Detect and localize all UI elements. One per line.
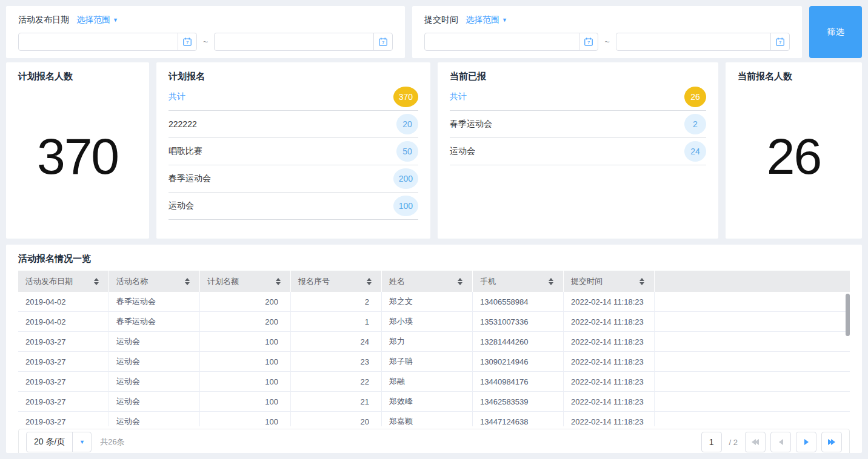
- svg-text:7: 7: [382, 40, 384, 45]
- date-range-separator: ~: [604, 37, 609, 47]
- next-page-button[interactable]: [796, 432, 816, 452]
- table-cell: 2019-03-27: [18, 392, 109, 411]
- table-cell: 100: [200, 332, 291, 351]
- calendar-icon: 7: [378, 37, 388, 47]
- sort-icon[interactable]: [185, 278, 190, 285]
- table-cell: 运动会: [109, 372, 200, 391]
- publish-date-filter-panel: 活动发布日期 选择范围 ▼ 7 ~: [6, 6, 405, 58]
- previous-page-button[interactable]: [770, 432, 791, 452]
- svg-text:7: 7: [186, 40, 189, 45]
- table-row: 2019-04-02春季运动会2002郑之文134065589842022-02…: [18, 292, 850, 312]
- filter-row: 活动发布日期 选择范围 ▼ 7 ~: [6, 6, 862, 58]
- table-cell: 2022-02-14 11:18:23: [564, 372, 655, 391]
- table-cell-filler: [655, 312, 850, 331]
- list-item-label: 春季运动会: [169, 173, 211, 184]
- table-cell: 22: [291, 372, 382, 391]
- list-item: 春季运动会200: [169, 165, 418, 193]
- list-item-label: 春季运动会: [450, 119, 492, 130]
- table-cell: 2022-02-14 11:18:23: [564, 392, 655, 411]
- column-header-filler: [655, 271, 850, 292]
- submit-time-range-link[interactable]: 选择范围: [466, 15, 499, 25]
- column-header[interactable]: 姓名: [382, 271, 473, 292]
- total-count-label: 共26条: [100, 437, 124, 447]
- sort-icon[interactable]: [276, 278, 281, 285]
- count-badge: 2: [684, 114, 706, 134]
- page-number-input[interactable]: [701, 432, 722, 452]
- publish-date-end-group: 7: [214, 33, 393, 51]
- column-header[interactable]: 手机: [473, 271, 564, 292]
- count-badge: 50: [396, 141, 418, 162]
- list-item: 春季运动会2: [450, 111, 706, 138]
- column-header[interactable]: 报名序号: [291, 271, 382, 292]
- publish-date-end-input[interactable]: [214, 33, 374, 51]
- submit-time-end-input[interactable]: [616, 33, 771, 51]
- publish-date-end-calendar-button[interactable]: 7: [373, 33, 393, 51]
- table-cell: 23: [291, 352, 382, 371]
- sort-icon[interactable]: [367, 278, 372, 285]
- last-page-button[interactable]: [821, 432, 842, 452]
- table-cell: 郑子聃: [382, 352, 473, 371]
- date-range-separator: ~: [203, 37, 208, 47]
- column-header[interactable]: 活动发布日期: [18, 271, 109, 292]
- table-row: 2019-03-27运动会10023郑子聃130902149462022-02-…: [18, 352, 850, 372]
- current-breakdown-card: 当前已报 共计26春季运动会2运动会24: [438, 62, 718, 239]
- table-cell: 100: [200, 372, 291, 391]
- first-page-button[interactable]: [745, 432, 766, 452]
- table-cell: 200: [200, 312, 291, 331]
- sort-icon[interactable]: [549, 278, 553, 285]
- count-badge: 370: [393, 87, 418, 107]
- column-header-label: 姓名: [389, 276, 405, 287]
- table-cell: 200: [200, 292, 291, 311]
- publish-date-start-input[interactable]: [18, 33, 178, 51]
- publish-date-range-link[interactable]: 选择范围: [76, 15, 110, 25]
- list-item: 22222220: [169, 111, 418, 138]
- chevron-down-icon: ▼: [113, 17, 118, 23]
- column-header-label: 计划名额: [207, 276, 239, 287]
- table-cell-filler: [655, 412, 850, 426]
- table-cell: 100: [200, 392, 291, 411]
- table-cell: 13462583539: [473, 392, 564, 411]
- calendar-icon: 7: [775, 37, 785, 47]
- count-badge: 100: [393, 196, 418, 216]
- column-header[interactable]: 计划名额: [200, 271, 291, 292]
- count-badge: 24: [684, 141, 706, 162]
- column-header[interactable]: 提交时间: [564, 271, 655, 292]
- submit-time-start-calendar-button[interactable]: 7: [579, 33, 598, 51]
- planned-breakdown-list: 共计37022222220唱歌比赛50春季运动会200运动会100: [169, 84, 418, 220]
- column-header-label: 报名序号: [298, 276, 330, 287]
- table-cell: 春季运动会: [109, 292, 200, 311]
- table-row: 2019-03-27运动会10020郑嘉颖134471246382022-02-…: [18, 412, 850, 426]
- column-header[interactable]: 活动名称: [109, 271, 200, 292]
- submit-time-end-calendar-button[interactable]: 7: [770, 33, 790, 51]
- pagination-right: / 2: [701, 432, 842, 452]
- sort-icon[interactable]: [458, 278, 462, 285]
- pagination-bar: 20 条/页 ▼ 共26条 / 2: [18, 429, 850, 453]
- table-cell: 2019-03-27: [18, 332, 109, 351]
- publish-date-inputs: 7 ~ 7: [18, 33, 393, 51]
- table-cell: 13281444260: [473, 332, 564, 351]
- table-cell: 2019-04-02: [18, 292, 109, 311]
- list-item-label: 共计: [169, 91, 185, 102]
- double-chevron-right-icon: [828, 439, 835, 445]
- sort-icon[interactable]: [639, 278, 644, 285]
- calendar-icon: 7: [182, 37, 192, 47]
- table-cell: 100: [200, 352, 291, 371]
- pagination-left: 20 条/页 ▼ 共26条: [26, 432, 125, 452]
- publish-date-start-calendar-button[interactable]: 7: [178, 33, 197, 51]
- chevron-left-icon: [779, 439, 783, 445]
- table-cell-filler: [655, 352, 850, 371]
- table-cell: 郑融: [382, 372, 473, 391]
- page-total-label: / 2: [729, 438, 738, 447]
- table-cell: 2022-02-14 11:18:23: [564, 292, 655, 311]
- list-item-label: 运动会: [169, 200, 194, 211]
- page-size-select[interactable]: 20 条/页 ▼: [26, 432, 92, 452]
- submit-time-inputs: 7 ~ 7: [424, 33, 790, 51]
- sort-icon[interactable]: [94, 278, 99, 285]
- filter-button[interactable]: 筛选: [809, 6, 862, 58]
- list-item: 运动会24: [450, 138, 706, 165]
- table-scrollbar-thumb[interactable]: [846, 294, 850, 336]
- table-cell: 13090214946: [473, 352, 564, 371]
- list-item-label: 唱歌比赛: [169, 146, 202, 157]
- submit-time-start-input[interactable]: [424, 33, 579, 51]
- current-breakdown-list: 共计26春季运动会2运动会24: [450, 84, 706, 165]
